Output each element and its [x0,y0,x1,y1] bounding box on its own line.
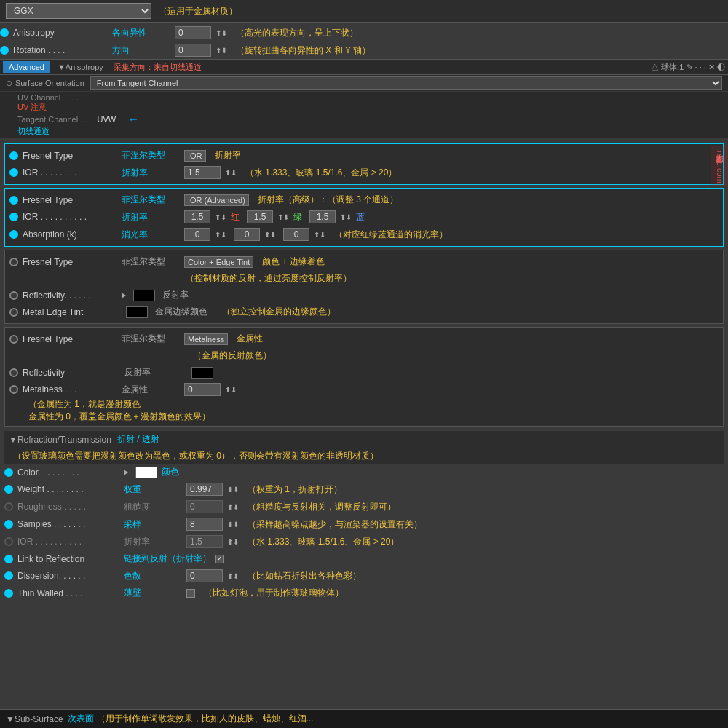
refraction-ior-label-cn: 折射率 [124,536,182,548]
ggx-select[interactable]: GGX [6,3,151,19]
fresnel3-hint2: （控制材质的反射，通过亮度控制反射率） [186,272,352,285]
fresnel3-reflectivity-label-cn: 反射率 [162,289,221,301]
refraction-dispersion-radio[interactable] [4,571,13,580]
fresnel2-absorption-r-spinner[interactable]: ⬆⬇ [215,231,226,239]
fresnel1-radio[interactable] [9,151,18,160]
fresnel3-metal-hint: （独立控制金属的边缘颜色） [222,306,336,318]
fresnel3-metal-label-en: Metal Edge Tint [23,307,117,317]
rotation-input[interactable] [175,44,211,57]
refraction-thin-checkbox[interactable] [186,589,195,598]
refraction-samples-radio[interactable] [4,520,13,529]
refraction-link-checkbox[interactable] [215,555,224,563]
fresnel1-ior-input[interactable] [184,166,221,179]
fresnel2-ior-b-val: 1.5 [309,210,336,223]
fresnel4-metalness-spinner[interactable]: ⬆⬇ [225,386,237,394]
fresnel2-type-row: Fresnel Type 菲涅尔类型 IOR (Advanced) 折射率（高级… [9,191,719,208]
refraction-samples-hint: （采样越高噪点越少，与渲染器的设置有关） [248,518,422,531]
refraction-roughness-input[interactable] [186,500,223,513]
refraction-ior-row: IOR . . . . . . . . . . 折射率 ⬆⬇ （水 1.333、… [4,533,724,550]
refraction-color-swatch[interactable] [135,467,157,478]
refraction-ior-spinner[interactable]: ⬆⬇ [227,538,239,546]
anisotropy-spinner[interactable]: ⬆⬇ [215,29,227,37]
tab-advanced[interactable]: Advanced [3,61,50,73]
refraction-samples-input[interactable] [186,518,223,531]
fresnel3-label-en: Fresnel Type [23,257,117,267]
fresnel2-ior-r-spinner[interactable]: ⬆⬇ [215,213,226,221]
refraction-weight-input[interactable] [186,483,223,496]
refraction-roughness-radio[interactable] [4,502,13,511]
fresnel2-ior-b-spinner[interactable]: ⬆⬇ [340,213,352,221]
uv-channel-line: UV Channel . . . . [17,93,711,102]
fresnel4-radio[interactable] [9,335,18,344]
fresnel1-badge: IOR [184,150,206,162]
refraction-color-radio[interactable] [4,468,13,477]
refraction-weight-spinner[interactable]: ⬆⬇ [227,486,239,494]
refraction-link-radio[interactable] [4,555,13,563]
fresnel3-radio[interactable] [9,258,18,266]
tab-anisotropy[interactable]: ▼Anisotropy [53,61,108,73]
fresnel1-ior-label-en: IOR . . . . . . . . [23,167,117,178]
refraction-dispersion-spinner[interactable]: ⬆⬇ [227,572,239,580]
fresnel4-metalness-input[interactable] [184,383,221,396]
fresnel4-hint3-line2: 金属性为 0，覆盖金属颜色＋漫射颜色的效果） [28,411,719,423]
bottom-subsurface-label-cn: 次表面 [68,713,94,725]
fresnel3-hint: 颜色 + 边缘着色 [262,256,325,268]
fresnel3-reflectivity-swatch[interactable] [133,290,155,301]
fresnel3-metal-radio[interactable] [9,308,18,317]
refraction-weight-label-cn: 权重 [124,483,182,496]
anisotropy-input[interactable] [175,26,211,39]
fresnel2-ior-b-color: 蓝 [356,211,365,223]
fresnel3-label-cn: 菲涅尔类型 [122,256,180,268]
refraction-ior-input[interactable] [186,535,223,548]
fresnel2-hint: 折射率（高级）：（调整 3 个通道） [258,194,398,206]
fresnel3-reflectivity-radio[interactable] [9,291,18,300]
fresnel2-absorption-b-spinner[interactable]: ⬆⬇ [314,231,325,239]
tangent-note: 切线通道 [17,126,90,137]
anisotropy-label-en: Anisotropy [13,28,108,38]
refraction-hint-text: （设置玻璃颜色需要把漫射颜色改为黑色，或权重为 0），否则会带有漫射颜色的非透明… [13,451,379,461]
fresnel1-ior-spinner[interactable]: ⬆⬇ [225,169,237,177]
fresnel1-ior-label-cn: 折射率 [122,167,180,179]
ggx-hint: （适用于金属材质） [159,5,237,17]
fresnel4-reflectivity-radio[interactable] [9,368,18,377]
fresnel4-hint: 金属性 [237,333,263,345]
rotation-spinner[interactable]: ⬆⬇ [215,47,227,55]
refraction-roughness-row: Roughness . . . . . 粗糙度 ⬆⬇ （粗糙度与反射相关，调整反… [4,498,724,515]
fresnel4-hint2-row: （金属的反射颜色） [9,347,719,364]
fresnel3-metal-swatch[interactable] [126,306,148,318]
surface-orientation-row: ⊙ Surface Orientation From Tangent Chann… [0,75,728,92]
refraction-roughness-spinner[interactable]: ⬆⬇ [227,503,239,511]
fresnel1-ior-radio[interactable] [9,168,18,177]
fresnel2-radio[interactable] [9,196,18,205]
fresnel2-label-cn: 菲涅尔类型 [122,194,180,206]
refraction-ior-radio[interactable] [4,537,13,546]
fresnel4-metalness-row: Metalness . . . 金属性 ⬆⬇ [9,381,719,398]
fresnel2-absorption-g-spinner[interactable]: ⬆⬇ [264,231,276,239]
fresnel2-ior-radio[interactable] [9,213,18,221]
fresnel2-absorption-r: 0 [184,228,210,241]
fresnel3-hint2-row: （控制材质的反射，通过亮度控制反射率） [9,270,719,287]
fresnel2-ior-g-color: 绿 [293,211,302,223]
top-bar: GGX （适用于金属材质） [0,0,728,23]
refraction-samples-spinner[interactable]: ⬆⬇ [227,521,239,529]
fresnel2-ior-row: IOR . . . . . . . . . . 折射率 1.5 ⬆⬇ 红 1.5… [9,208,719,226]
refraction-weight-radio[interactable] [4,485,13,494]
refraction-dispersion-input[interactable] [186,569,223,582]
refraction-thin-row: Thin Walled . . . . 薄壁 （比如灯泡，用于制作薄玻璃物体） [4,585,724,601]
fresnel2-absorption-b: 0 [283,228,309,241]
fresnel4-hint3: （金属性为 1，就是漫射颜色 金属性为 0，覆盖金属颜色＋漫射颜色的效果） [9,398,719,423]
refraction-color-row: Color. . . . . . . . . 颜色 [4,464,724,480]
refraction-hint: （设置玻璃颜色需要把漫射颜色改为黑色，或权重为 0），否则会带有漫射颜色的非透明… [4,448,724,464]
fresnel2-ior-g-spinner[interactable]: ⬆⬇ [277,213,289,221]
anisotropy-radio[interactable] [0,28,9,37]
fresnel4-badge: Metalness [184,333,228,345]
fresnel4-reflectivity-swatch[interactable] [191,367,213,379]
refraction-link-label-cn: 链接到反射（折射率） [124,553,211,565]
refraction-thin-radio[interactable] [4,589,13,598]
surface-orientation-select[interactable]: From Tangent Channel [90,76,722,90]
fresnel2-absorption-radio[interactable] [9,230,18,239]
fresnel4-metalness-radio[interactable] [9,385,18,394]
refraction-link-row: Link to Reflection 链接到反射（折射率） [4,550,724,567]
tangent-note-line: 切线通道 [17,126,711,137]
rotation-radio[interactable] [0,46,9,55]
